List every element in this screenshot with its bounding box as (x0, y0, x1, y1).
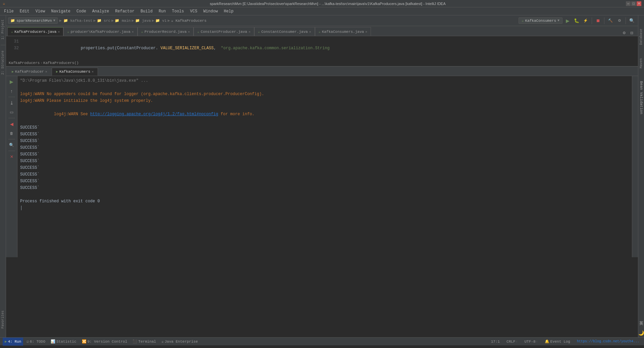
breadcrumb-v1[interactable]: 📁 v1 (155, 18, 167, 23)
console-success-4: SUCCESS` (20, 144, 629, 151)
menu-edit[interactable]: Edit (17, 8, 32, 14)
run-tab-kafkaconsumers[interactable]: ▶ KafkaConsumers ✕ (52, 68, 98, 76)
menu-bar: File Edit View Navigate Code Analyze Ref… (0, 7, 644, 15)
close-button[interactable]: ✕ (637, 1, 641, 6)
status-url[interactable]: https://blog.csdn.net/youth4... (575, 338, 641, 346)
tab-close-kafkaconsumers[interactable]: ✕ (365, 30, 367, 34)
status-run[interactable]: ▶ 4: Run (3, 338, 23, 346)
run-tab-close-kafkaconsumers[interactable]: ✕ (92, 70, 94, 74)
menu-code[interactable]: Code (74, 8, 89, 14)
tab-close-producerrecord[interactable]: ✕ (188, 30, 190, 34)
language-indicator[interactable]: 英 (638, 319, 644, 328)
bc-kafkaproducers[interactable]: KafkaProducers (9, 61, 40, 65)
breadcrumb-main[interactable]: 📁 main (115, 18, 130, 23)
menu-build[interactable]: Build (138, 8, 155, 14)
status-version-label: 9: Version Control (88, 340, 127, 344)
editor-split-button[interactable]: ⊟ (629, 30, 635, 36)
title-bar: ☕ sparkResearchMvn [E:\Java\ideaPro\secl… (0, 0, 644, 7)
status-position[interactable]: 17:1 (489, 338, 502, 346)
maximize-button[interactable]: □ (631, 1, 636, 6)
breadcrumb-src[interactable]: 📁 src (97, 18, 110, 23)
coverage-button[interactable]: ⚡ (582, 17, 590, 25)
run-button[interactable]: ▶ (564, 17, 572, 25)
tab-kafkaproducers-java[interactable]: ☕ KafkaProducers.java ✕ (7, 27, 63, 36)
status-event-log[interactable]: 🔔 Event Log (543, 338, 572, 346)
tab-kafkaconsumers-java[interactable]: ☕ KafkaConsumers.java ✕ (315, 27, 371, 36)
console-success-9: SUCCESS` (20, 178, 629, 185)
tab-close-constantproducer[interactable]: ✕ (249, 30, 251, 34)
status-todo[interactable]: ☑ 6: TODO (24, 338, 47, 346)
console-success-10: SUCCESS` (20, 185, 629, 191)
editor-settings-button[interactable]: ⚙ (621, 30, 627, 36)
status-terminal[interactable]: ⬛ Terminal (130, 338, 158, 346)
console-success-8: SUCCESS` (20, 171, 629, 178)
menu-vcs[interactable]: VCS (187, 8, 200, 14)
bc-kafkaproducers-method[interactable]: KafkaProducers() (43, 61, 79, 65)
minimize-button[interactable]: – (626, 1, 631, 6)
tab-producerrecord-java[interactable]: ☕ ProducerRecord.java ✕ (138, 27, 194, 36)
title-bar-text: sparkResearchMvn [E:\Java\ideaPro\seclov… (30, 2, 626, 6)
menu-refactor[interactable]: Refactor (112, 8, 137, 14)
run-clear-button[interactable]: 🗑 (8, 130, 15, 137)
tab-close-kafkaproducer[interactable]: ✕ (132, 30, 134, 34)
theme-toggle[interactable]: 🌙 (637, 329, 644, 337)
console-exit: Process finished with exit code 0 (20, 198, 629, 205)
run-scroll-end-button[interactable]: ⤓ (8, 99, 15, 107)
build-button[interactable]: 🔨 (606, 17, 614, 25)
console-success-1: SUCCESS` (20, 124, 629, 131)
run-content: ▶ ↑ ⤓ ▭ ◀ 🗑 🔍 ✕ (6, 76, 638, 257)
search-everywhere-button[interactable]: 🔍 (628, 17, 636, 25)
menu-navigate[interactable]: Navigate (48, 8, 73, 14)
code-editor[interactable]: 31 32 properties.put(ConstantProducer. V… (6, 36, 638, 60)
stop-button[interactable]: ⏹ (594, 17, 602, 25)
tab-constantproducer-java[interactable]: ☕ ConstantProducer.java ✕ (194, 27, 254, 36)
tab-close-constantconsumer[interactable]: ✕ (309, 30, 311, 34)
console-success-7: SUCCESS` (20, 164, 629, 171)
tab-constantconsumer-java[interactable]: ☕ ConstantConsumer.java ✕ (254, 27, 315, 36)
console-log4j-link[interactable]: http://logging.apache.org/log4j/1.2/faq.… (90, 112, 218, 117)
status-statistic[interactable]: 📊 Statistic (49, 338, 78, 346)
run-tab-kafkaproducer[interactable]: ▶ KafkaProducer ✕ (7, 68, 52, 76)
breadcrumb-java[interactable]: 📁 java (135, 18, 151, 23)
menu-window[interactable]: Window (201, 8, 220, 14)
debug-button[interactable]: 🐛 (573, 17, 581, 25)
menu-analyze[interactable]: Analyze (90, 8, 112, 14)
status-event-log-label: Event Log (550, 340, 570, 344)
settings-button[interactable]: ⚙ (615, 17, 624, 25)
run-back-button[interactable]: ◀ (8, 120, 15, 128)
menu-view[interactable]: View (33, 8, 48, 14)
tab-kafkaproducer-java[interactable]: ☕ producer\KafkaProducer.java ✕ (63, 27, 137, 36)
left-activity-bar: 1: Project 2: Structure Favorites (0, 15, 6, 337)
breadcrumb-kafkaproducers[interactable]: ☕ KafkaProducers (171, 18, 207, 23)
right-activity-bar: Database Maven Bean Validation 英 🌙 (638, 15, 644, 337)
status-java-enterprise[interactable]: ☕ Java Enterprise (159, 338, 200, 346)
run-filter-button[interactable]: 🔍 (8, 141, 15, 149)
breadcrumb-kafka-test[interactable]: 📁 kafka-test (63, 18, 93, 23)
sidebar-item-structure[interactable]: 2: Structure (0, 49, 5, 77)
menu-run[interactable]: Run (156, 8, 169, 14)
menu-tools[interactable]: Tools (169, 8, 187, 14)
status-encoding[interactable]: UTF-8 ↓ (523, 338, 540, 346)
status-crlf[interactable]: CRLF ↓ (504, 338, 520, 346)
project-dropdown[interactable]: 📁 sparkResearchMvn ▼ (8, 17, 58, 24)
run-scroll-up-button[interactable]: ↑ (8, 87, 15, 95)
code-content[interactable]: properties.put(ConstantProducer. VALUE_S… (23, 38, 638, 58)
sidebar-item-bean-validation[interactable]: Bean Validation (639, 80, 644, 116)
run-config-dropdown[interactable]: ☕ KafkaConsumers ▼ (519, 17, 562, 24)
console-warn3: log4j:WARN See http://logging.apache.org… (20, 104, 629, 124)
toolbar: 📁 sparkResearchMvn ▼ ▶ 📁 kafka-test ▶ 📁 … (6, 15, 638, 26)
sidebar-item-database[interactable]: Database (639, 27, 644, 47)
sidebar-item-project[interactable]: 1: Project (0, 17, 5, 42)
sidebar-item-maven[interactable]: Maven (639, 56, 644, 70)
menu-file[interactable]: File (1, 8, 16, 14)
run-play-button[interactable]: ▶ (8, 78, 15, 85)
run-tab-close-kafkaproducer[interactable]: ✕ (45, 70, 47, 74)
status-todo-label: 6: TODO (30, 340, 45, 344)
run-settings-button[interactable]: ✕ (8, 153, 15, 160)
menu-help[interactable]: Help (221, 8, 236, 14)
tab-close-kafkaproducers[interactable]: ✕ (58, 30, 60, 34)
sidebar-item-favorites[interactable]: Favorites (0, 308, 5, 331)
status-version-control[interactable]: 🔀 9: Version Control (80, 338, 129, 346)
console-output[interactable]: "D:\Program Files\Java\jdk1.8.0_131\bin\… (17, 76, 632, 257)
run-fold-button[interactable]: ▭ (8, 109, 15, 116)
